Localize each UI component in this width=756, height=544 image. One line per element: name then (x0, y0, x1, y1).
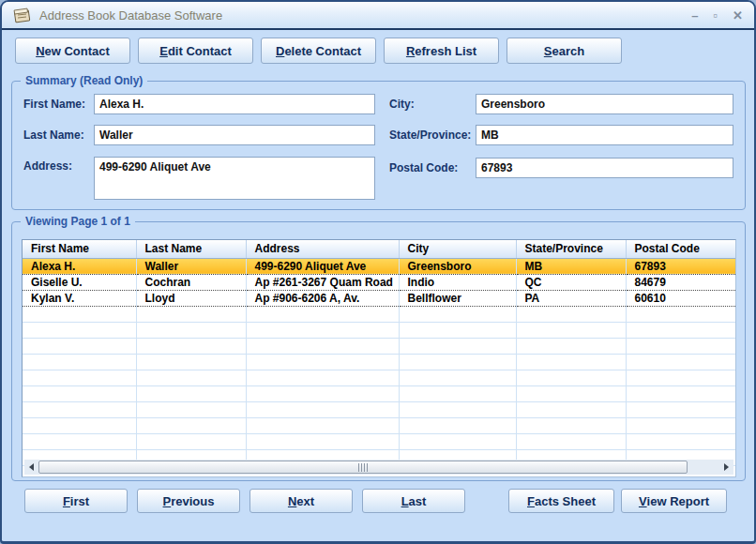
column-header-last-name[interactable]: Last Name (136, 240, 246, 258)
table-row[interactable]: Kylan V. Lloyd Ap #906-6206 A, Av. Bellf… (23, 290, 735, 306)
first-name-field[interactable] (94, 94, 375, 114)
new-contact-button[interactable]: New Contact (15, 38, 130, 64)
empty-row (23, 322, 735, 338)
empty-row (23, 401, 735, 417)
empty-row (23, 417, 735, 433)
viewing-page-title: Viewing Page 1 of 1 (21, 215, 135, 228)
column-header-first-name[interactable]: First Name (23, 240, 136, 258)
empty-row (23, 370, 735, 385)
title-bar: Address Book Database Software – ▫ ✕ (2, 2, 754, 30)
column-header-address[interactable]: Address (246, 240, 399, 258)
table-row[interactable]: Giselle U. Cochran Ap #261-3267 Quam Roa… (23, 274, 735, 290)
next-button[interactable]: Next (249, 489, 353, 513)
scrollbar-grip-icon (358, 463, 369, 472)
city-label: City: (389, 98, 415, 111)
app-window: Address Book Database Software – ▫ ✕ New… (0, 0, 756, 544)
first-button[interactable]: First (24, 489, 128, 513)
address-book-icon (13, 8, 32, 23)
empty-row (23, 338, 735, 354)
table-row-selected[interactable]: Alexa H. Waller 499-6290 Aliquet Ave Gre… (23, 258, 735, 274)
minimize-button[interactable]: – (691, 9, 698, 22)
last-name-label: Last Name: (23, 128, 84, 142)
state-province-label: State/Province: (389, 128, 471, 142)
postal-code-field[interactable] (476, 158, 733, 178)
table-header-row: First Name Last Name Address City State/… (23, 240, 735, 258)
scrollbar-thumb[interactable] (38, 461, 688, 474)
viewing-groupbox: Viewing Page 1 of 1 First Name Last Name… (11, 221, 746, 481)
city-field[interactable] (476, 94, 733, 114)
empty-row (23, 385, 735, 401)
postal-code-label: Postal Code: (389, 161, 458, 174)
view-report-button[interactable]: View Report (621, 489, 727, 513)
column-header-city[interactable]: City (399, 240, 516, 258)
last-name-field[interactable] (94, 125, 375, 145)
bottom-navigation: First Previous Next Last Facts Sheet Vie… (24, 489, 727, 513)
scroll-right-arrow[interactable] (719, 460, 733, 475)
delete-contact-button[interactable]: Delete Contact (261, 38, 376, 64)
column-header-postal-code[interactable]: Postal Code (626, 240, 735, 258)
summary-group-title: Summary (Read Only) (21, 74, 147, 87)
contacts-table: First Name Last Name Address City State/… (22, 239, 736, 477)
facts-sheet-button[interactable]: Facts Sheet (508, 489, 614, 513)
address-field[interactable]: 499-6290 Aliquet Ave (94, 157, 375, 200)
column-header-state-province[interactable]: State/Province (516, 240, 626, 258)
previous-button[interactable]: Previous (137, 489, 240, 513)
summary-groupbox: Summary (Read Only) First Name: Last Nam… (11, 81, 746, 210)
last-button[interactable]: Last (362, 489, 465, 513)
first-name-label: First Name: (23, 98, 85, 111)
maximize-button[interactable]: ▫ (713, 9, 718, 22)
empty-row (23, 433, 735, 449)
toolbar: New Contact Edit Contact Delete Contact … (15, 38, 622, 64)
empty-row (23, 306, 735, 322)
empty-row (23, 354, 735, 370)
scroll-left-arrow[interactable] (24, 460, 38, 475)
refresh-list-button[interactable]: Refresh List (384, 38, 499, 64)
close-button[interactable]: ✕ (733, 9, 743, 22)
address-label: Address: (23, 159, 72, 173)
edit-contact-button[interactable]: Edit Contact (138, 38, 253, 64)
window-title: Address Book Database Software (39, 8, 222, 23)
search-button[interactable]: Search (507, 38, 622, 64)
state-province-field[interactable] (476, 125, 733, 145)
horizontal-scrollbar[interactable] (24, 460, 733, 475)
window-controls: – ▫ ✕ (691, 9, 743, 22)
